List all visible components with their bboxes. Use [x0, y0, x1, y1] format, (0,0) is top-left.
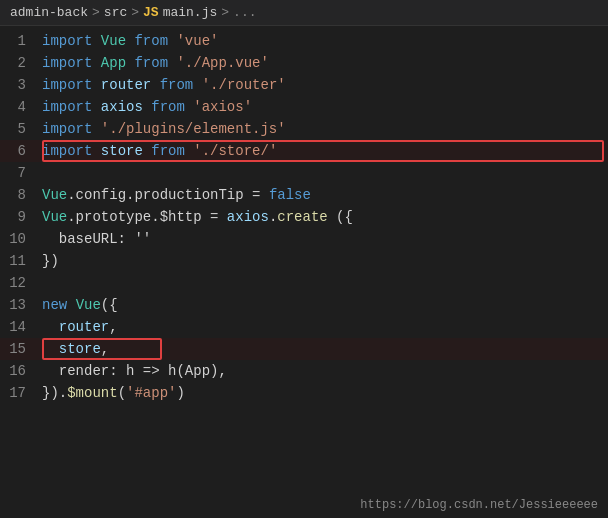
line-content: import './plugins/element.js' [36, 118, 608, 140]
line-number: 14 [0, 316, 36, 338]
breadcrumb: admin-back > src > JS main.js > ... [0, 0, 608, 26]
line-content [36, 272, 608, 294]
code-line: 5import './plugins/element.js' [0, 118, 608, 140]
line-number: 11 [0, 250, 36, 272]
line-content: }).$mount('#app') [36, 382, 608, 404]
line-content [36, 162, 608, 184]
code-line: 8Vue.config.productionTip = false [0, 184, 608, 206]
breadcrumb-sep2: > [131, 5, 139, 20]
line-number: 16 [0, 360, 36, 382]
code-line: 12 [0, 272, 608, 294]
line-number: 2 [0, 52, 36, 74]
line-number: 7 [0, 162, 36, 184]
code-line: 7 [0, 162, 608, 184]
code-line: 2import App from './App.vue' [0, 52, 608, 74]
line-content: store, [36, 338, 608, 360]
code-line: 3import router from './router' [0, 74, 608, 96]
line-number: 13 [0, 294, 36, 316]
code-line: 10 baseURL: '' [0, 228, 608, 250]
line-number: 8 [0, 184, 36, 206]
line-content: new Vue({ [36, 294, 608, 316]
line-content: import App from './App.vue' [36, 52, 608, 74]
code-line: 4import axios from 'axios' [0, 96, 608, 118]
line-content: Vue.config.productionTip = false [36, 184, 608, 206]
line-content: Vue.prototype.$http = axios.create ({ [36, 206, 608, 228]
breadcrumb-sep3: > [221, 5, 229, 20]
line-number: 10 [0, 228, 36, 250]
line-number: 12 [0, 272, 36, 294]
line-content: import axios from 'axios' [36, 96, 608, 118]
line-number: 6 [0, 140, 36, 162]
line-content: }) [36, 250, 608, 272]
code-line: 15 store, [0, 338, 608, 360]
line-content: import Vue from 'vue' [36, 30, 608, 52]
line-content: router, [36, 316, 608, 338]
line-number: 4 [0, 96, 36, 118]
line-number: 17 [0, 382, 36, 404]
code-line: 14 router, [0, 316, 608, 338]
bottom-url: https://blog.csdn.net/Jessieeeeee [360, 498, 598, 512]
line-content: render: h => h(App), [36, 360, 608, 382]
code-editor: 1import Vue from 'vue'2import App from '… [0, 26, 608, 404]
line-number: 5 [0, 118, 36, 140]
code-line: 16 render: h => h(App), [0, 360, 608, 382]
breadcrumb-root: admin-back [10, 5, 88, 20]
breadcrumb-js-badge: JS [143, 5, 159, 20]
breadcrumb-dots: ... [233, 5, 256, 20]
line-content: import store from './store/' [36, 140, 608, 162]
line-content: import router from './router' [36, 74, 608, 96]
line-number: 15 [0, 338, 36, 360]
breadcrumb-file: main.js [163, 5, 218, 20]
code-line: 1import Vue from 'vue' [0, 30, 608, 52]
breadcrumb-sep1: > [92, 5, 100, 20]
code-line: 9Vue.prototype.$http = axios.create ({ [0, 206, 608, 228]
line-content: baseURL: '' [36, 228, 608, 250]
line-number: 9 [0, 206, 36, 228]
code-line: 6import store from './store/' [0, 140, 608, 162]
code-line: 17}).$mount('#app') [0, 382, 608, 404]
code-line: 11}) [0, 250, 608, 272]
code-line: 13new Vue({ [0, 294, 608, 316]
line-number: 3 [0, 74, 36, 96]
line-number: 1 [0, 30, 36, 52]
breadcrumb-folder: src [104, 5, 127, 20]
